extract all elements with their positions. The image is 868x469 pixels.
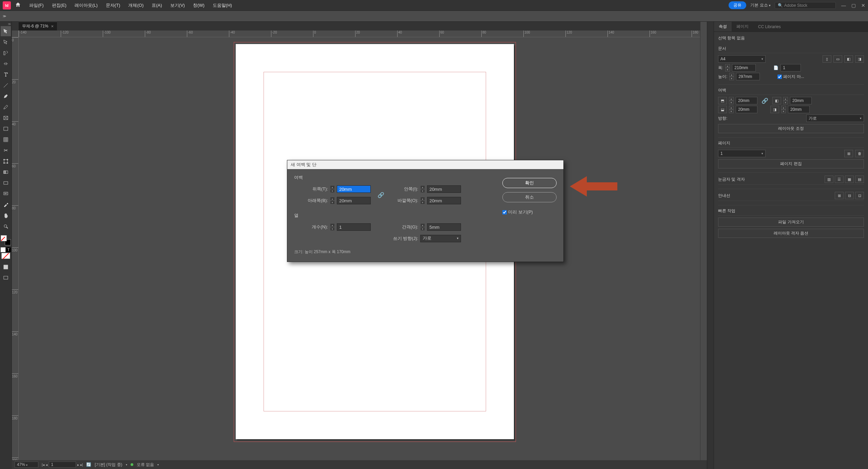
layout-grid-options-button[interactable]: 레이아웃 격자 옵션 <box>718 229 864 238</box>
close-icon[interactable]: ✕ <box>861 3 865 8</box>
height-stepper[interactable]: ▴▾ <box>729 73 734 80</box>
width-stepper[interactable]: ▴▾ <box>725 64 730 72</box>
last-page-icon[interactable]: ▸| <box>80 463 83 467</box>
direct-selection-tool-icon[interactable] <box>1 37 11 47</box>
maximize-icon[interactable]: ▢ <box>851 3 856 8</box>
link-margins-panel-icon[interactable]: 🔗 <box>759 98 770 104</box>
view-mode-icon[interactable] <box>1 262 11 272</box>
margin-outside-input[interactable] <box>427 197 461 204</box>
document-grid-icon[interactable]: ▦ <box>845 176 854 183</box>
zoom-level-input[interactable]: 47% ▾ <box>15 462 38 468</box>
column-number-input[interactable] <box>337 223 371 231</box>
baseline-grid-icon[interactable]: ☰ <box>835 176 844 183</box>
scissors-tool-icon[interactable]: ✂ <box>1 145 11 156</box>
next-page-icon[interactable]: ▸ <box>77 463 79 467</box>
close-tab-icon[interactable]: × <box>51 24 54 29</box>
panel-margin-bottom-input[interactable]: 20mm <box>736 106 757 113</box>
guide-options-icon-1[interactable]: ⊞ <box>835 192 844 199</box>
ok-button[interactable]: 확인 <box>502 178 557 188</box>
panel-margin-inside-stepper[interactable]: ▴▾ <box>783 97 788 104</box>
writing-direction-select[interactable]: 가로▾ <box>420 235 461 242</box>
page-tool-icon[interactable] <box>1 48 11 58</box>
ruler-units-icon[interactable]: ▥ <box>825 176 833 183</box>
delete-page-icon[interactable]: 🗑 <box>855 150 864 157</box>
grid-tool-icon[interactable] <box>1 135 11 145</box>
page-number-input[interactable]: 1 <box>49 462 76 468</box>
panel-margin-top-input[interactable]: 20mm <box>736 97 757 104</box>
free-transform-tool-icon[interactable] <box>1 156 11 166</box>
pen-tool-icon[interactable] <box>1 91 11 101</box>
menu-view[interactable]: 보기(V) <box>166 2 189 8</box>
menu-type[interactable]: 문자(T) <box>102 2 124 8</box>
gutter-input[interactable] <box>427 223 461 231</box>
cancel-button[interactable]: 취소 <box>502 192 557 202</box>
orientation-portrait-icon[interactable]: ▯ <box>823 55 831 63</box>
adjust-layout-button[interactable]: 레이아웃 조정 <box>718 124 864 133</box>
binding-left-icon[interactable]: ◧ <box>844 55 853 63</box>
height-input[interactable]: 297mm <box>736 73 760 80</box>
line-tool-icon[interactable] <box>1 80 11 90</box>
link-margins-icon[interactable]: 🔗 <box>375 192 387 198</box>
orientation-select[interactable]: 가로▾ <box>806 115 864 122</box>
guide-options-icon-3[interactable]: ⊡ <box>855 192 864 199</box>
tab-pages[interactable]: 페이지 <box>732 22 753 32</box>
chevron-right-icon[interactable]: ≫ <box>0 14 9 18</box>
panel-margin-outside-input[interactable]: 20mm <box>788 106 810 113</box>
width-input[interactable]: 210mm <box>732 64 756 72</box>
pencil-tool-icon[interactable] <box>1 102 11 112</box>
preview-checkbox-input[interactable] <box>502 210 507 215</box>
facing-pages-checkbox[interactable]: 페이지 마... <box>777 74 804 80</box>
menu-window[interactable]: 창(W) <box>189 2 209 8</box>
apply-color-fill-icon[interactable] <box>1 247 5 252</box>
rectangle-frame-tool-icon[interactable] <box>1 113 11 123</box>
rectangle-tool-icon[interactable] <box>1 124 11 134</box>
zoom-tool-icon[interactable] <box>1 221 11 231</box>
hand-tool-icon[interactable] <box>1 210 11 221</box>
new-page-icon[interactable]: ⊞ <box>844 150 853 157</box>
gutter-stepper[interactable]: ▴▾ <box>420 223 425 231</box>
panel-collapse-strip[interactable] <box>707 22 714 469</box>
gradient-swatch-tool-icon[interactable] <box>1 167 11 177</box>
ruler-origin[interactable] <box>12 30 19 37</box>
guide-options-icon-2[interactable]: ⊟ <box>845 192 854 199</box>
prev-page-icon[interactable]: ◂ <box>46 463 47 467</box>
master-spread-icon[interactable]: 🔄 <box>86 462 91 467</box>
panel-margin-bottom-stepper[interactable]: ▴▾ <box>729 106 734 113</box>
screen-mode-icon[interactable] <box>1 273 11 283</box>
first-page-icon[interactable]: |◂ <box>42 463 44 467</box>
gradient-feather-tool-icon[interactable] <box>1 178 11 188</box>
type-tool-icon[interactable] <box>1 69 11 80</box>
tab-properties[interactable]: 속성 <box>714 22 732 32</box>
preflight-status-icon[interactable] <box>131 463 133 466</box>
apply-none-icon[interactable] <box>1 253 10 259</box>
vertical-ruler[interactable]: 020406080100120140160180200220240 <box>12 37 19 460</box>
margin-top-input[interactable] <box>337 185 371 193</box>
page-count-input[interactable]: 1 <box>780 64 801 72</box>
column-number-stepper[interactable]: ▴▾ <box>330 223 335 231</box>
selection-tool-icon[interactable] <box>1 26 11 36</box>
document-tab[interactable]: 무제-6 @ 71% × <box>19 22 57 30</box>
margin-inside-stepper[interactable]: ▴▾ <box>420 185 425 193</box>
home-icon[interactable] <box>15 2 21 9</box>
tab-cc-libraries[interactable]: CC Libraries <box>753 22 786 31</box>
margin-bottom-input[interactable] <box>337 197 371 204</box>
layout-grid-icon[interactable]: ▤ <box>855 176 864 183</box>
panel-margin-top-stepper[interactable]: ▴▾ <box>729 97 734 104</box>
menu-edit[interactable]: 편집(E) <box>48 2 71 8</box>
fill-swatch[interactable] <box>1 235 7 241</box>
preview-checkbox[interactable]: 미리 보기(P) <box>502 209 557 215</box>
gap-tool-icon[interactable] <box>1 59 11 69</box>
adobe-stock-search[interactable]: 🔍 Adobe Stock <box>775 2 836 9</box>
share-button[interactable]: 공유 <box>729 1 746 9</box>
minimize-icon[interactable]: — <box>841 3 846 8</box>
menu-table[interactable]: 표(A) <box>148 2 166 8</box>
chevron-right-icon[interactable]: ≫ <box>8 22 12 26</box>
horizontal-ruler[interactable]: -140-120-100-80-60-40-200204060801001201… <box>19 30 707 37</box>
apply-color-text-icon[interactable]: T <box>6 247 11 252</box>
eyedropper-tool-icon[interactable] <box>1 200 11 210</box>
edit-pages-button[interactable]: 페이지 편집 <box>718 159 864 168</box>
workspace-switcher[interactable]: 기본 요소 ▾ <box>750 2 771 8</box>
orientation-landscape-icon[interactable]: ▭ <box>833 55 842 63</box>
binding-right-icon[interactable]: ◨ <box>855 55 864 63</box>
panel-margin-outside-stepper[interactable]: ▴▾ <box>781 106 786 113</box>
